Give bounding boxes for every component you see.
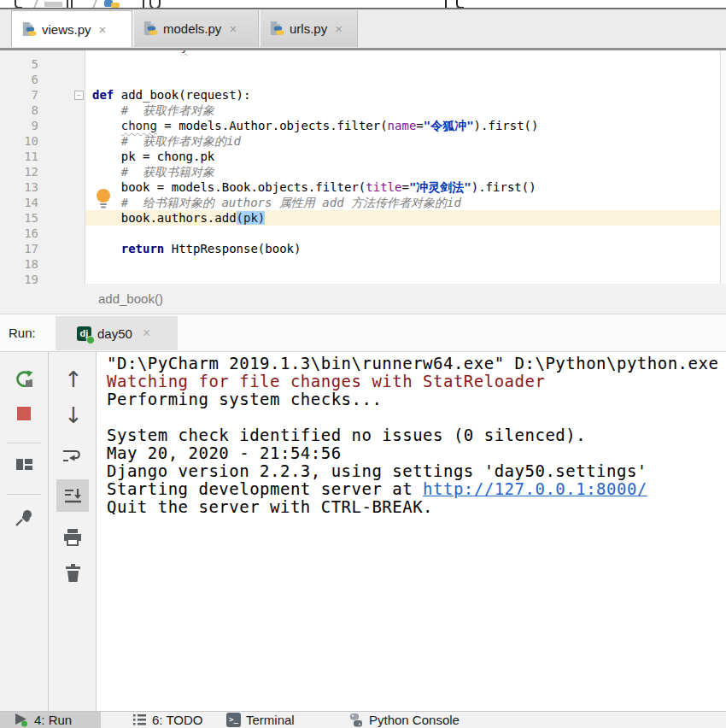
code-line[interactable]: book = models.Book.objects.filter(title=… — [85, 179, 720, 195]
tab-close-icon[interactable]: × — [229, 21, 237, 36]
scroll-down-icon[interactable]: ↓ — [64, 405, 83, 426]
console-link[interactable]: http://127.0.0.1:8000/ — [423, 479, 647, 498]
code-editor[interactable]: 5678910111213141516171819 def add_book(r… — [0, 50, 726, 284]
code-line[interactable] — [85, 256, 720, 272]
tab-label: urls.py — [290, 21, 327, 36]
code-line[interactable]: return HttpResponse(book) — [85, 241, 720, 256]
editor-scrollbar[interactable] — [720, 50, 726, 284]
toolwindow-tab-run[interactable]: 4: Run — [0, 712, 101, 728]
fold-marker-icon[interactable]: – — [74, 91, 84, 100]
code-line[interactable]: # 给书籍对象的 authors 属性用 add 方法传作者对象的id — [85, 195, 720, 210]
scroll-to-end-icon[interactable] — [63, 487, 82, 506]
line-number[interactable]: 11 — [0, 149, 38, 164]
code-token: return — [121, 242, 165, 255]
code-line[interactable]: chong = models.Author.objects.filter(nam… — [85, 118, 720, 133]
context-bar: add_book() — [0, 284, 726, 314]
toolbar-divider — [7, 443, 41, 443]
line-number[interactable]: 16 — [0, 226, 38, 241]
code-token: = — [416, 119, 423, 132]
breadcrumb[interactable]: add_book() — [98, 284, 163, 314]
run-tab-label: day50 — [97, 326, 132, 341]
console-line: "D:\PyCharm 2019.1.3\bin\runnerw64.exe" … — [107, 355, 718, 373]
soft-wrap-icon[interactable] — [61, 448, 82, 465]
code-token: pk = chong.pk — [92, 150, 214, 163]
code-line[interactable] — [85, 72, 720, 87]
run-tab-close-icon[interactable]: × — [143, 326, 150, 341]
line-number[interactable]: 6 — [0, 72, 38, 87]
line-number[interactable]: 15 — [0, 210, 38, 226]
code-token: def — [92, 88, 121, 102]
toolbar-fragment — [149, 0, 161, 9]
code-token: book = models.Book.objects.filter( — [92, 180, 366, 194]
code-token: ).first() — [471, 180, 536, 194]
console-text: Quit the server with CTRL-BREAK. — [107, 497, 433, 516]
code-line[interactable]: def add_book(request): — [85, 87, 720, 103]
run-toolbar-right: ↑ ↓ — [49, 352, 97, 711]
line-number[interactable]: 12 — [0, 164, 38, 179]
line-number[interactable]: 10 — [0, 133, 38, 149]
line-number[interactable]: 13 — [0, 179, 38, 195]
run-play-icon — [14, 713, 29, 727]
line-number[interactable]: 17 — [0, 241, 38, 256]
line-number[interactable]: 9 — [0, 118, 38, 133]
print-icon[interactable] — [63, 528, 82, 547]
code-lines[interactable]: def add_book(request): # 获取作者对象 chong = … — [85, 56, 720, 284]
line-number[interactable]: 18 — [0, 256, 38, 272]
toolwindow-tab-label: Terminal — [246, 713, 295, 727]
line-number[interactable]: 5 — [0, 56, 38, 72]
intention-bulb-icon[interactable] — [94, 187, 113, 209]
restore-layout-icon[interactable] — [15, 456, 33, 473]
toolwindow-tab-python-console[interactable]: Python Console — [348, 712, 460, 728]
code-token: add_book(request): — [121, 88, 251, 102]
code-line[interactable]: pk = chong.pk — [85, 149, 720, 164]
tab-close-icon[interactable]: × — [335, 21, 343, 36]
code-token: HttpResponse(book) — [164, 242, 301, 255]
console-text: System check identified no issues (0 sil… — [107, 426, 586, 444]
console-line — [107, 408, 718, 426]
scroll-up-icon[interactable]: ↑ — [64, 369, 83, 390]
rerun-icon[interactable] — [15, 369, 34, 389]
code-token: "令狐冲" — [424, 119, 474, 132]
line-number[interactable]: 8 — [0, 103, 38, 118]
toolwindow-tab-todo[interactable]: 6: TODO — [132, 712, 202, 728]
toolbar-fragment — [71, 0, 73, 8]
code-line[interactable]: # 获取作者对象的id — [85, 133, 720, 149]
run-console: ↑ ↓ — [0, 352, 726, 711]
code-token: # 获取作者对象的id — [92, 134, 241, 148]
code-token: = models.Author.objects.filter( — [157, 119, 388, 132]
line-number[interactable]: 19 — [0, 272, 38, 284]
console-text: Django version 2.2.3, using settings 'da… — [107, 461, 647, 480]
console-line: Starting development server at http://12… — [107, 480, 718, 498]
code-token: book.authors.add — [92, 211, 237, 225]
console-line: Django version 2.2.3, using settings 'da… — [107, 462, 718, 480]
run-tab-day50[interactable]: dj day50 × — [56, 316, 178, 350]
toolbar-fragment — [15, 0, 22, 9]
toolbar-fragment — [44, 2, 62, 7]
running-dot-icon — [86, 336, 95, 344]
code-line[interactable] — [85, 272, 720, 284]
tab-models-py[interactable]: models.py × — [133, 10, 259, 47]
code-token: # 获取作者对象 — [92, 103, 214, 117]
pin-icon[interactable] — [14, 508, 35, 529]
console-output[interactable]: "D:\PyCharm 2019.1.3\bin\runnerw64.exe" … — [107, 355, 718, 516]
code-token: title — [366, 180, 401, 194]
line-number[interactable]: 7 — [0, 87, 38, 103]
gutter-numbers[interactable]: 5678910111213141516171819 — [0, 56, 38, 284]
tab-close-icon[interactable]: × — [99, 22, 107, 37]
toolwindow-tab-label: 4: Run — [34, 713, 72, 727]
toolwindow-tab-terminal[interactable]: >_ Terminal — [226, 712, 295, 728]
tab-urls-py[interactable]: urls.py × — [260, 10, 358, 47]
code-line[interactable]: # 获取书籍对象 — [85, 164, 720, 179]
tab-views-py[interactable]: views.py × — [11, 10, 132, 47]
code-line[interactable]: # 获取作者对象 — [85, 103, 720, 118]
status-bar: 4: Run 6: TODO >_ Terminal Python Consol… — [0, 711, 726, 728]
code-line[interactable] — [85, 226, 720, 241]
clear-all-icon[interactable] — [65, 564, 81, 583]
line-number[interactable]: 14 — [0, 195, 38, 210]
stop-icon[interactable] — [17, 407, 31, 420]
code-line-current[interactable]: book.authors.add(pk) — [85, 210, 720, 226]
code-line[interactable] — [85, 56, 720, 72]
code-token: # 获取书籍对象 — [92, 165, 214, 179]
console-line: Performing system checks... — [107, 390, 718, 408]
todo-list-icon — [132, 713, 147, 726]
